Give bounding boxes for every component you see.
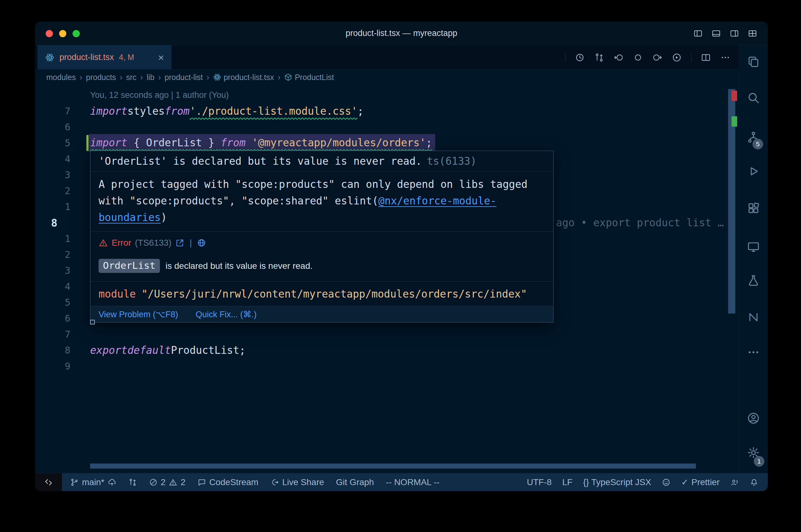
chevron-right-icon: › [278, 73, 280, 82]
remote-indicator[interactable] [35, 473, 62, 491]
branch-name: main* [82, 477, 105, 487]
warning-triangle-icon [169, 478, 177, 487]
prev-change-icon[interactable] [614, 53, 624, 62]
eslint-rule-link[interactable]: boundaries [98, 211, 161, 224]
more-views-icon[interactable] [747, 346, 760, 359]
hover-ts-message: 'OrderList' is declared but its value is… [90, 151, 553, 172]
error-hover-tooltip: 'OrderList' is declared but its value is… [90, 151, 553, 323]
live-share-item[interactable]: Live Share [270, 477, 324, 487]
line-number: 1 [35, 231, 70, 247]
breadcrumb-src[interactable]: src [126, 73, 136, 82]
horizontal-scrollbar[interactable] [90, 463, 696, 469]
line-number: 3 [35, 167, 70, 183]
eol-label: LF [562, 477, 572, 487]
vscode-window: product-list.tsx — myreactapp product-li… [35, 22, 768, 491]
ts-message-text: 'OrderList' is declared but its value is… [98, 155, 422, 167]
quick-fix-link[interactable]: Quick Fix... (⌘.) [196, 309, 257, 320]
account-icon[interactable] [747, 412, 760, 425]
person-broadcast-icon [730, 478, 739, 487]
git-sync-item[interactable] [128, 478, 137, 487]
tab-close-icon[interactable]: × [158, 53, 164, 62]
tab-bar: product-list.tsx 4, M × [35, 45, 768, 70]
globe-icon[interactable] [197, 238, 206, 248]
encoding-item[interactable]: UTF-8 [527, 477, 552, 487]
run-debug-icon[interactable] [747, 165, 760, 178]
share-icon [270, 478, 279, 487]
tab-product-list[interactable]: product-list.tsx 4, M × [38, 45, 171, 70]
extensions-icon[interactable] [747, 202, 760, 215]
breadcrumb-products[interactable]: products [86, 73, 116, 82]
token-punctuation: { [133, 137, 140, 149]
code-line[interactable]: 6 [35, 119, 739, 135]
git-graph-label: Git Graph [336, 477, 374, 487]
window-title: product-list.tsx — myreactapp [345, 28, 457, 38]
line-number: 2 [35, 247, 70, 263]
next-change-icon[interactable] [652, 53, 662, 62]
breadcrumb-product-list[interactable]: product-list [165, 73, 203, 82]
layout-panel-icon[interactable] [711, 29, 721, 38]
tweet-feedback-item[interactable] [730, 478, 739, 487]
layout-sidebar-right-icon[interactable] [730, 29, 739, 38]
vim-mode-item[interactable]: -- NORMAL -- [386, 477, 440, 487]
problems-item[interactable]: 2 2 [149, 477, 185, 487]
notifications-item[interactable] [750, 478, 759, 487]
search-icon[interactable] [747, 91, 760, 104]
more-actions-icon[interactable] [720, 53, 730, 62]
line-number: 2 [35, 183, 70, 199]
timeline-icon[interactable] [575, 53, 585, 62]
breadcrumb-modules[interactable]: modules [46, 73, 76, 82]
git-graph-item[interactable]: Git Graph [336, 477, 374, 487]
breadcrumb-file[interactable]: product-list.tsx [213, 73, 274, 82]
editor-toolbar [565, 45, 730, 70]
token-keyword: import [90, 137, 127, 149]
live-share-label: Live Share [282, 477, 324, 487]
hover-error-row: Error(TS6133) | [90, 232, 553, 254]
external-link-icon[interactable] [175, 238, 185, 248]
feedback-smiley-item[interactable] [662, 478, 671, 487]
prettier-item[interactable]: ✓Prettier [681, 477, 720, 487]
hover-resize-grip[interactable] [90, 320, 95, 324]
line-number: 6 [35, 119, 70, 135]
code-line[interactable]: 7import styles from './product-list.modu… [35, 103, 739, 119]
minimize-button[interactable] [59, 30, 66, 37]
tab-problems-badge: 4, M [119, 53, 134, 62]
git-compare-icon[interactable] [594, 53, 604, 62]
breadcrumb-symbol-label: ProductList [295, 73, 334, 82]
chevron-right-icon: › [206, 73, 209, 82]
close-button[interactable] [46, 30, 53, 37]
blame-annotation[interactable]: You, 12 seconds ago | 1 author (You) [90, 87, 739, 103]
hover-eslint-message: A project tagged with "scope:products" c… [90, 172, 553, 232]
line-number: 5 [35, 294, 70, 310]
explorer-icon[interactable] [747, 55, 760, 68]
title-bar[interactable]: product-list.tsx — myreactapp [35, 22, 768, 45]
code-line[interactable]: 5import { OrderList } from '@myreactapp/… [35, 135, 739, 151]
layout-sidebar-left-icon[interactable] [693, 29, 703, 38]
split-editor-icon[interactable] [701, 53, 711, 62]
eol-item[interactable]: LF [562, 477, 572, 487]
error-label: Error [112, 238, 131, 248]
line-number: 4 [35, 151, 70, 167]
code-line[interactable]: 9 [35, 358, 739, 374]
eslint-message-close: ) [161, 211, 167, 224]
view-problem-link[interactable]: View Problem (⌥F8) [98, 309, 178, 320]
layout-grid-icon[interactable] [748, 29, 757, 38]
git-branch-item[interactable]: main* [70, 477, 116, 487]
module-keyword: module [98, 288, 136, 300]
warning-count: 2 [181, 477, 185, 487]
breadcrumb-symbol[interactable]: ProductList [284, 73, 334, 82]
maximize-button[interactable] [73, 30, 80, 37]
nx-console-icon[interactable] [747, 311, 760, 324]
error-count: 2 [161, 477, 166, 487]
breadcrumb-lib[interactable]: lib [147, 73, 154, 82]
run-file-icon[interactable] [672, 53, 682, 62]
open-changes-icon[interactable] [633, 53, 643, 62]
token-keyword: import [90, 103, 127, 119]
remote-explorer-icon[interactable] [747, 240, 760, 253]
test-beaker-icon[interactable] [747, 274, 760, 287]
compare-changes-icon [128, 478, 137, 487]
eslint-rule-link[interactable]: @nx/enforce-module- [378, 195, 496, 207]
code-line[interactable]: 8export default ProductList; [35, 342, 739, 358]
codestream-item[interactable]: CodeStream [197, 477, 258, 487]
code-line[interactable]: 7 [35, 326, 739, 342]
language-mode-item[interactable]: {} TypeScript JSX [583, 477, 651, 487]
